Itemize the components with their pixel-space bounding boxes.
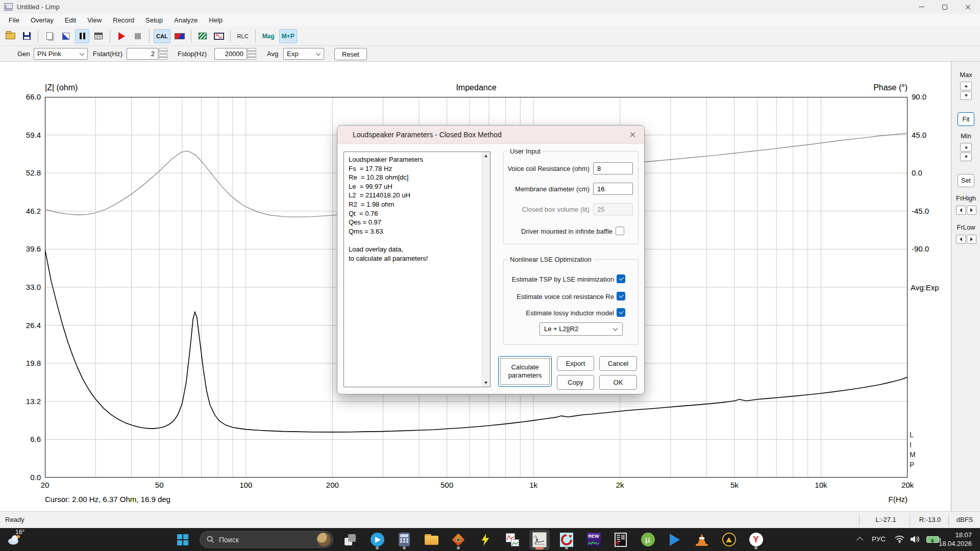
copy-button[interactable]	[42, 29, 57, 43]
taskbar-app-explorer[interactable]	[421, 530, 442, 550]
taskbar-app-utorrent[interactable]: µ	[638, 530, 658, 550]
menu-help[interactable]: Help	[203, 15, 228, 26]
estimate-inductor-checkbox[interactable]	[617, 308, 625, 317]
generator-type-select[interactable]: PN Pink	[34, 48, 88, 60]
frhigh-right-button[interactable]	[967, 206, 976, 215]
color-scheme-button[interactable]	[173, 29, 187, 43]
membrane-diameter-input[interactable]	[593, 183, 633, 195]
frhigh-left-button[interactable]	[956, 206, 966, 215]
wifi-icon[interactable]	[894, 535, 905, 543]
calculate-parameters-button[interactable]: Calculate parameters	[498, 356, 552, 387]
taskbar-app-aimp[interactable]	[719, 530, 739, 550]
inductor-model-select[interactable]: Le + L2||R2	[540, 322, 623, 336]
menu-setup[interactable]: Setup	[140, 15, 168, 26]
close-button[interactable]	[957, 0, 980, 14]
min-up-button[interactable]	[960, 143, 972, 152]
menu-view[interactable]: View	[82, 15, 107, 26]
calibrate-button[interactable]: CAL	[154, 29, 170, 43]
dialog-close-button[interactable]	[622, 126, 644, 144]
voice-coil-input[interactable]	[593, 162, 633, 174]
signal-generator-button[interactable]	[212, 29, 226, 43]
infinite-baffle-checkbox[interactable]	[616, 227, 624, 235]
level-unit: dBFS	[951, 516, 978, 523]
cancel-label: Cancel	[608, 360, 628, 367]
reset-button[interactable]: Reset	[334, 48, 367, 60]
battery-icon[interactable]	[926, 536, 939, 543]
cancel-button[interactable]: Cancel	[599, 356, 637, 371]
cursor-readout: Cursor: 2.00 Hz, 6.37 Ohm, 16.9 deg	[45, 495, 170, 504]
taskbar-app-arta[interactable]	[556, 530, 577, 550]
rew-label: REW	[587, 534, 601, 539]
taskbar-app-yandex[interactable]: Y	[746, 530, 766, 550]
rlc-button[interactable]: RLC	[235, 29, 251, 43]
taskbar-app-audio-editor[interactable]: 6	[610, 530, 631, 550]
fstop-input[interactable]	[214, 48, 247, 60]
toolbar-separator	[149, 30, 150, 42]
pause-button[interactable]	[75, 29, 89, 43]
fit-button[interactable]: Fit	[958, 112, 974, 126]
frlow-right-button[interactable]	[967, 235, 976, 244]
estimate-tsp-checkbox[interactable]	[617, 274, 625, 283]
open-file-button[interactable]	[3, 29, 17, 43]
record-stop-button[interactable]	[131, 29, 145, 43]
menu-edit[interactable]: Edit	[59, 15, 82, 26]
save-file-button[interactable]	[19, 29, 34, 43]
scroll-up-icon[interactable]	[484, 155, 487, 157]
task-view-button[interactable]	[340, 530, 360, 550]
search-icon	[207, 536, 214, 543]
magnitude-button[interactable]: Mag	[260, 29, 277, 43]
ok-button[interactable]: OK	[599, 375, 637, 390]
arrow-up-icon	[965, 85, 968, 87]
averaging-select[interactable]: Exp	[283, 48, 324, 60]
taskbar-app-telegram[interactable]	[367, 530, 387, 550]
menu-file[interactable]: File	[3, 15, 25, 26]
step-down-icon[interactable]	[159, 54, 167, 60]
step-up-icon[interactable]	[248, 48, 256, 54]
menu-overlay[interactable]: Overlay	[25, 15, 59, 26]
set-button[interactable]: Set	[958, 174, 974, 187]
taskbar-app-media-player[interactable]	[665, 530, 685, 550]
x-axis-title: F(Hz)	[856, 495, 908, 504]
fstart-input[interactable]	[127, 48, 158, 60]
taskbar-search[interactable]: Поиск	[200, 531, 333, 548]
parameter-results-panel[interactable]: Loudspeaker ParametersFs = 17.78 HzRe = …	[344, 152, 491, 387]
max-up-button[interactable]	[960, 82, 972, 90]
results-scrollbar[interactable]	[482, 152, 490, 387]
floppy-save-icon	[23, 32, 31, 40]
maximize-button[interactable]	[933, 0, 957, 14]
start-button[interactable]	[173, 530, 193, 550]
minimize-button[interactable]	[910, 0, 933, 14]
step-down-icon[interactable]	[248, 54, 256, 60]
speaker-icon[interactable]	[910, 535, 920, 543]
taskbar-app-calculator[interactable]	[394, 530, 414, 550]
frlow-left-button[interactable]	[956, 235, 966, 244]
clock-widget[interactable]: 18:07 18.04.2026	[939, 531, 972, 548]
taskbar-app-vlc[interactable]	[692, 530, 712, 550]
min-down-button[interactable]	[960, 153, 972, 161]
max-down-button[interactable]	[960, 91, 972, 100]
scroll-down-icon[interactable]	[484, 382, 487, 384]
copy-button[interactable]: Copy	[557, 375, 594, 390]
parameter-line: to calculate all parameters!	[349, 254, 479, 263]
step-up-icon[interactable]	[159, 48, 167, 54]
overlay-button[interactable]	[59, 29, 73, 43]
generator-type-value: PN Pink	[37, 50, 61, 58]
estimate-re-checkbox[interactable]	[617, 292, 625, 300]
taskbar-app-measurement[interactable]	[502, 530, 523, 550]
menu-analyze[interactable]: Analyze	[168, 15, 203, 26]
overlay-manager-button[interactable]	[195, 29, 210, 43]
fstart-stepper[interactable]	[159, 48, 167, 60]
table-view-button[interactable]	[91, 29, 106, 43]
fstop-stepper[interactable]	[248, 48, 256, 60]
limp-taskbar-icon: Ω	[532, 532, 547, 547]
taskbar-app-browser-diamond[interactable]	[448, 530, 469, 550]
taskbar-app-limp-active[interactable]: Ω	[529, 530, 550, 550]
taskbar-app-lightning[interactable]	[475, 530, 496, 550]
taskbar-app-rew[interactable]: REW	[583, 530, 604, 550]
tray-overflow-chevron-icon[interactable]	[856, 537, 863, 543]
language-indicator[interactable]: РУС	[872, 535, 886, 543]
export-button[interactable]: Export	[557, 356, 594, 371]
menu-record[interactable]: Record	[107, 15, 140, 26]
magnitude-phase-button[interactable]: M+P	[279, 29, 297, 43]
record-start-button[interactable]	[114, 29, 129, 43]
